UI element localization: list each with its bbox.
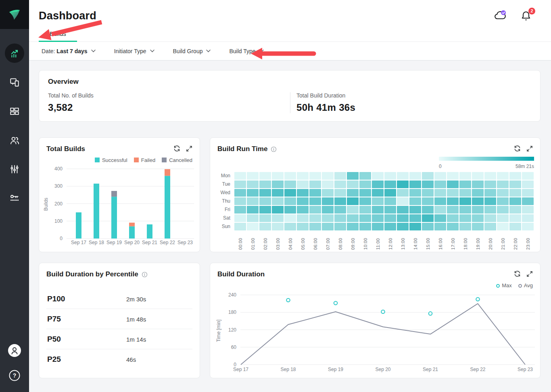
svg-text:Sep 19: Sep 19 <box>328 367 343 372</box>
heatmap-cell <box>359 223 371 230</box>
cloud-status-button[interactable] <box>494 10 506 22</box>
filter-date[interactable]: Date: Last 7 days <box>42 48 96 54</box>
heatmap-cell <box>297 172 309 180</box>
heatmap-cell <box>434 206 446 214</box>
percentile-value: 1m 48s <box>126 316 146 323</box>
heatmap-cell <box>497 206 509 214</box>
heatmap-cell <box>484 223 496 230</box>
heatmap-cell <box>372 189 384 197</box>
heatmap-cell <box>259 172 271 180</box>
heatmap-cell <box>484 189 496 197</box>
legend-avg: Avg <box>518 282 533 288</box>
heatmap-cell <box>472 197 484 205</box>
heatmap-cell <box>509 172 521 180</box>
heatmap-cell <box>234 206 246 214</box>
heatmap-cell <box>247 189 259 197</box>
bar-segment <box>76 212 81 239</box>
sidebar-item-users[interactable] <box>0 126 29 155</box>
heatmap-cell <box>272 214 284 222</box>
heatmap-cell <box>247 197 259 205</box>
total-builds-legend: Successful Failed Cancelled <box>95 157 192 163</box>
filter-build-group[interactable]: Build Group <box>173 48 211 54</box>
heatmap-cell <box>522 180 534 188</box>
heatmap-cell <box>497 197 509 205</box>
heatmap-cell <box>309 172 321 180</box>
sidebar-item-dashboards[interactable] <box>0 97 29 126</box>
heatmap-cell <box>472 172 484 180</box>
avatar[interactable] <box>8 344 21 359</box>
notifications-button[interactable]: 2 <box>520 10 532 22</box>
svg-text:300: 300 <box>54 183 63 189</box>
heatmap-cell <box>272 172 284 180</box>
expand-icon[interactable] <box>526 271 533 277</box>
svg-text:Time [min]: Time [min] <box>216 319 221 342</box>
heatmap-row-label: Sat <box>217 214 234 222</box>
filter-build-type[interactable]: Build Type <box>229 48 263 54</box>
max-point <box>334 301 338 305</box>
heatmap-cell <box>347 206 359 214</box>
heatmap-col-label: 04:00 <box>288 233 293 250</box>
svg-text:60: 60 <box>231 344 237 350</box>
heatmap-cell <box>459 189 471 197</box>
expand-icon[interactable] <box>526 145 533 152</box>
heatmap-cell <box>434 180 446 188</box>
heatmap-cell <box>322 189 334 197</box>
logo-icon <box>6 6 23 23</box>
percentile-label: P75 <box>47 315 126 324</box>
heatmap-cell <box>347 214 359 222</box>
heatmap-cell <box>272 206 284 214</box>
heatmap-cell <box>484 172 496 180</box>
heatmap-cell <box>434 172 446 180</box>
svg-text:240: 240 <box>228 292 236 298</box>
heatmap-cell <box>384 214 396 222</box>
heatmap-cell <box>409 223 421 230</box>
heatmap-cell <box>397 214 409 222</box>
heatmap-cell <box>259 197 271 205</box>
refresh-icon[interactable] <box>514 145 521 152</box>
tab-builds[interactable]: Builds <box>39 28 77 42</box>
info-icon[interactable] <box>142 272 148 278</box>
legend-successful: Successful <box>95 157 127 163</box>
sidebar-item-api-keys[interactable] <box>0 184 29 213</box>
overview-title: Overview <box>48 78 540 86</box>
info-icon[interactable] <box>271 146 277 152</box>
heatmap-cell <box>347 223 359 230</box>
sidebar-item-insights[interactable] <box>0 39 29 68</box>
heatmap-cell <box>284 197 296 205</box>
heatmap-col-label: 21:00 <box>501 233 505 250</box>
total-builds-bar-chart: 0100200300400BuildsSep 17Sep 18Sep 19Sep… <box>39 138 200 252</box>
heatmap-cell <box>297 223 309 230</box>
svg-text:Sep 17: Sep 17 <box>233 367 248 372</box>
total-builds-title: Total Builds <box>46 145 85 153</box>
help-button[interactable]: ? <box>8 369 21 383</box>
bar-segment <box>111 197 117 239</box>
build-duration-title: Build Duration <box>217 270 265 278</box>
heatmap-cell <box>422 206 434 214</box>
refresh-icon[interactable] <box>514 270 521 277</box>
heatmap-cell <box>297 206 309 214</box>
heatmap-row-label: Mon <box>217 172 234 180</box>
app-logo[interactable] <box>0 0 29 29</box>
sidebar-item-apps[interactable] <box>0 68 29 97</box>
heatmap-cell <box>334 223 346 230</box>
heatmap-cell <box>309 206 321 214</box>
refresh-icon[interactable] <box>173 145 180 152</box>
heatmap-cell <box>384 180 396 188</box>
heatmap-cell <box>372 172 384 180</box>
sidebar-item-settings[interactable] <box>0 155 29 184</box>
heatmap-cell <box>434 189 446 197</box>
svg-text:Sep 21: Sep 21 <box>142 240 157 245</box>
heatmap-cell <box>284 172 296 180</box>
heatmap-col-label: 18:00 <box>463 233 468 250</box>
svg-text:?: ? <box>13 372 17 379</box>
heatmap-cell <box>309 223 321 230</box>
heatmap-cell <box>359 172 371 180</box>
chevron-down-icon <box>206 50 211 52</box>
heatmap-cell <box>384 223 396 230</box>
heatmap-cell <box>347 180 359 188</box>
expand-icon[interactable] <box>186 145 192 152</box>
heatmap-cell <box>472 189 484 197</box>
tab-bar: Builds <box>29 28 551 42</box>
filter-initiator-type[interactable]: Initiator Type <box>114 48 154 54</box>
heatmap-cell <box>234 189 246 197</box>
